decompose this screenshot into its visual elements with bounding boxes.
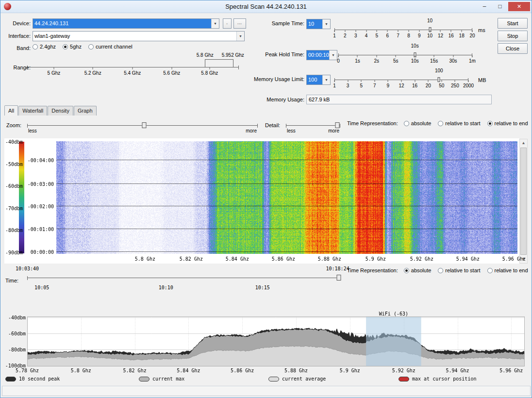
freq-axis-label: 5.78 Ghz bbox=[16, 368, 39, 373]
range-slider[interactable]: 5.8 Ghz5.952 Ghz5 Ghz5.2 Ghz5.4 Ghz5.6 G… bbox=[27, 52, 239, 83]
peak-hold-slider[interactable]: 10s01s2s5s10s15s30s1m bbox=[338, 43, 472, 66]
slider-current-value: 100 bbox=[435, 68, 443, 73]
range-selection-label: 5.8 Ghz bbox=[197, 52, 214, 58]
detail-slider[interactable]: lessmore bbox=[286, 120, 340, 134]
radio-relative-to-start[interactable]: relative to start bbox=[438, 267, 480, 273]
radio-relative-to-start[interactable]: relative to start bbox=[438, 120, 480, 126]
radio-2.4ghz[interactable]: 2.4ghz bbox=[33, 44, 56, 50]
titlebar[interactable]: Spectral Scan 44.24.240.131 – □ ✕ bbox=[0, 0, 532, 13]
scroll-down-icon[interactable]: ▼ bbox=[520, 255, 527, 263]
radio-circle-icon[interactable] bbox=[404, 268, 409, 273]
memory-limit-unit: MB bbox=[478, 77, 486, 83]
legend-swatch bbox=[399, 377, 409, 381]
scroll-up-icon[interactable]: ▲ bbox=[520, 139, 527, 147]
close-window-button[interactable]: ✕ bbox=[508, 2, 530, 11]
maximize-button[interactable]: □ bbox=[493, 2, 507, 11]
radio-circle-icon[interactable] bbox=[63, 44, 68, 50]
slider-tick-label: 5 bbox=[376, 33, 379, 38]
slider-tick-label: 20 bbox=[426, 83, 431, 88]
radio-label: relative to end bbox=[495, 120, 528, 126]
slider-handle[interactable] bbox=[337, 275, 341, 281]
range-tick-label: 5.2 Ghz bbox=[84, 70, 101, 76]
slider-handle[interactable] bbox=[438, 77, 440, 82]
legend-item: 10 second peak bbox=[5, 376, 60, 381]
radio-label: 5ghz bbox=[70, 44, 82, 50]
radio-absolute[interactable]: absolute bbox=[404, 267, 432, 273]
slider-max-label: more bbox=[328, 128, 339, 133]
detail-label: Detail: bbox=[265, 122, 280, 128]
chevron-down-icon[interactable]: ▼ bbox=[236, 32, 244, 41]
close-button[interactable]: Close bbox=[498, 43, 528, 54]
device-aux-button[interactable]: ▫ bbox=[223, 18, 232, 29]
minimize-button[interactable]: – bbox=[477, 2, 492, 11]
slider-tick-label: 5s bbox=[393, 58, 399, 64]
radio-circle-icon[interactable] bbox=[404, 121, 409, 126]
tab-all[interactable]: All bbox=[4, 105, 18, 116]
chevron-down-icon[interactable]: ▼ bbox=[211, 19, 219, 28]
time-slider[interactable]: 10:03:4010:18:2410:0510:1010:15 bbox=[27, 272, 339, 292]
slider-tick-label: 10:05 bbox=[34, 285, 49, 290]
slider-tick-label: 16 bbox=[449, 33, 454, 38]
db-axis-label: -100dbm bbox=[4, 363, 26, 368]
chevron-down-icon[interactable]: ▼ bbox=[322, 75, 330, 84]
time-range-start: 10:03:40 bbox=[16, 266, 39, 271]
range-bracket-handle[interactable] bbox=[205, 59, 205, 67]
zoom-slider[interactable]: lessmore bbox=[27, 120, 258, 134]
time-representation-label: Time Representation: bbox=[347, 267, 398, 273]
range-tick-label: 5.4 Ghz bbox=[124, 70, 141, 76]
chevron-down-icon[interactable]: ▼ bbox=[322, 19, 330, 29]
radio-label: relative to end bbox=[495, 267, 528, 273]
memory-usage-value: 627.9 kB bbox=[309, 97, 330, 102]
radio-relative-to-end[interactable]: relative to end bbox=[487, 120, 528, 126]
start-button[interactable]: Start bbox=[498, 18, 528, 29]
sample-time-slider[interactable]: 101234567891012161820 bbox=[334, 18, 472, 40]
radio-circle-icon[interactable] bbox=[487, 268, 493, 273]
spectral-scan-window: Spectral Scan 44.24.240.131 – □ ✕ Device… bbox=[0, 0, 532, 398]
slider-tick-label: 9 bbox=[387, 83, 390, 88]
radio-current-channel[interactable]: current channel bbox=[88, 44, 133, 50]
sample-time-combo[interactable]: 10 ▼ bbox=[306, 19, 331, 29]
tab-density[interactable]: Density bbox=[48, 106, 73, 116]
freq-axis-label: 5.84 Ghz bbox=[177, 368, 200, 373]
memory-limit-combo[interactable]: 100 ▼ bbox=[306, 75, 331, 85]
slider-tick-label: 12 bbox=[399, 83, 404, 88]
radio-5ghz[interactable]: 5ghz bbox=[63, 44, 82, 50]
radio-relative-to-end[interactable]: relative to end bbox=[487, 267, 528, 273]
memory-limit-slider[interactable]: 10013579121620502502000 bbox=[334, 68, 468, 90]
spectrum-graph[interactable] bbox=[27, 316, 525, 366]
zoom-label: Zoom: bbox=[6, 122, 21, 128]
peak-hold-combo[interactable]: 00:00:10 ▼ bbox=[306, 50, 337, 60]
freq-axis-label: 5.86 Ghz bbox=[231, 368, 254, 373]
waterfall-spectrogram[interactable] bbox=[56, 141, 517, 254]
freq-axis-label: 5.94 Ghz bbox=[446, 368, 469, 373]
radio-circle-icon[interactable] bbox=[438, 268, 443, 273]
slider-handle[interactable] bbox=[335, 122, 340, 128]
slider-tick-label: 5 bbox=[360, 83, 363, 88]
slider-tick-label: 2000 bbox=[463, 83, 474, 88]
slider-tick-label: 1m bbox=[469, 58, 476, 64]
slider-tick-label: 7 bbox=[373, 83, 376, 88]
device-combo[interactable]: 44.24.240.131 ▼ bbox=[33, 18, 219, 29]
slider-tick-label: 2 bbox=[344, 33, 347, 38]
radio-absolute[interactable]: absolute bbox=[404, 120, 432, 126]
db-axis-label: -40dbm bbox=[4, 315, 26, 320]
interface-label: Interface: bbox=[4, 33, 31, 39]
time-representation-label: Time Representation: bbox=[347, 120, 398, 126]
slider-tick-label: 10:15 bbox=[255, 285, 270, 290]
radio-circle-icon[interactable] bbox=[33, 44, 38, 50]
chevron-down-icon[interactable]: ▼ bbox=[329, 50, 337, 60]
waterfall-scrollbar[interactable]: ▲ ▼ bbox=[519, 139, 528, 264]
status-bar bbox=[2, 386, 531, 396]
radio-circle-icon[interactable] bbox=[487, 121, 493, 126]
memory-limit-value: 100 bbox=[307, 75, 322, 84]
interface-combo[interactable]: wlan1-gateway ▼ bbox=[33, 31, 245, 41]
radio-circle-icon[interactable] bbox=[88, 44, 94, 50]
stop-button[interactable]: Stop bbox=[498, 31, 528, 41]
range-bracket-handle[interactable] bbox=[233, 59, 233, 67]
tab-waterfall[interactable]: Waterfall bbox=[18, 106, 47, 116]
slider-handle[interactable] bbox=[142, 122, 146, 128]
scrollbar-thumb[interactable] bbox=[520, 148, 527, 255]
tab-graph[interactable]: Graph bbox=[74, 106, 97, 116]
radio-circle-icon[interactable] bbox=[438, 121, 443, 126]
range-selection-label: 5.952 Ghz bbox=[222, 52, 244, 58]
